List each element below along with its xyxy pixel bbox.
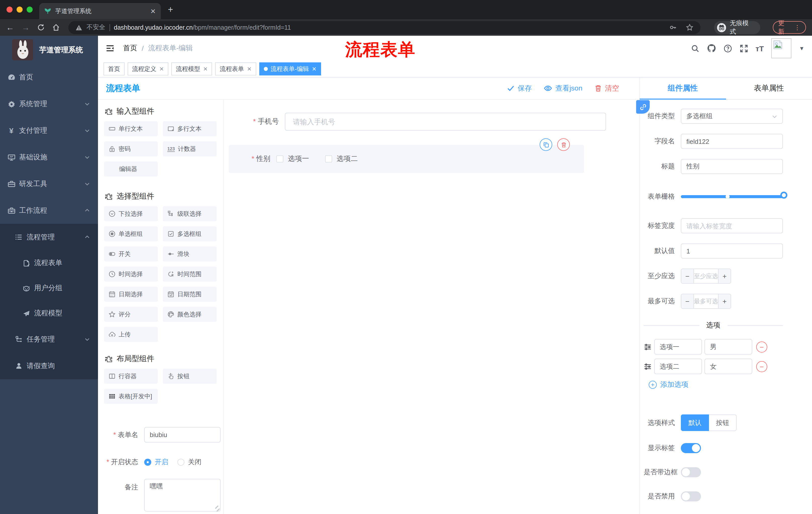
palette-item-date-picker[interactable]: 日期选择	[104, 287, 158, 302]
palette-item-time-range[interactable]: 时间范围	[163, 267, 216, 282]
home-icon[interactable]	[52, 24, 60, 31]
option1-value-input[interactable]	[704, 339, 752, 355]
tag-process-model[interactable]: 流程模型✕	[171, 62, 212, 76]
tag-close-icon[interactable]: ✕	[312, 65, 316, 72]
status-off-radio[interactable]: 关闭	[177, 458, 202, 467]
breadcrumb-home[interactable]: 首页	[123, 44, 137, 53]
close-window-button[interactable]	[6, 6, 12, 12]
status-on-radio[interactable]: 开启	[144, 458, 168, 467]
maximize-window-button[interactable]	[27, 6, 33, 12]
bookmark-star-icon[interactable]	[686, 24, 694, 31]
decrease-button[interactable]: −	[682, 269, 693, 283]
tab-close-icon[interactable]: ✕	[150, 7, 156, 15]
palette-item-time-picker[interactable]: 时间选择	[104, 267, 158, 282]
tab-component-props[interactable]: 组件属性	[640, 77, 726, 100]
view-json-button[interactable]: 查看json	[544, 84, 582, 93]
option2-label-input[interactable]	[654, 359, 702, 374]
tag-process-form[interactable]: 流程表单✕	[215, 62, 256, 76]
palette-item-radio-group[interactable]: 单选框组	[104, 226, 158, 241]
tag-close-icon[interactable]: ✕	[203, 65, 207, 72]
palette-item-editor[interactable]: 编辑器	[104, 161, 158, 177]
drag-handle-icon[interactable]	[644, 362, 652, 371]
palette-item-password[interactable]: 密码	[104, 141, 158, 156]
search-icon[interactable]	[691, 44, 699, 53]
slider-handle[interactable]	[780, 192, 787, 199]
palette-item-button[interactable]: 按钮	[163, 369, 216, 384]
gender-option-1[interactable]: 选项一	[277, 154, 309, 163]
sidebar-item-user-group[interactable]: 用户分组	[0, 276, 98, 301]
fullscreen-icon[interactable]	[740, 44, 748, 53]
browser-update-button[interactable]: 更新 ⋮	[773, 21, 806, 34]
label-width-input[interactable]	[681, 218, 783, 233]
sidebar-item-home[interactable]: 首页	[0, 64, 98, 90]
remove-option-button[interactable]: −	[756, 341, 767, 352]
tag-process-definition[interactable]: 流程定义✕	[127, 62, 168, 76]
address-bar[interactable]: 不安全 dashboard.yudao.iocoder.cn/bpm/manag…	[68, 21, 701, 34]
palette-item-single-text[interactable]: 单行文本	[104, 121, 158, 136]
not-secure-warning-icon[interactable]	[76, 24, 82, 31]
tab-form-props[interactable]: 表单属性	[726, 77, 812, 100]
save-button[interactable]: 保存	[507, 84, 532, 93]
decrease-button[interactable]: −	[682, 294, 693, 308]
key-icon[interactable]	[670, 24, 677, 31]
title-input[interactable]	[681, 159, 783, 174]
delete-component-button[interactable]	[557, 138, 570, 151]
palette-item-rate[interactable]: 评分	[104, 307, 158, 322]
palette-item-counter[interactable]: 123计数器	[163, 141, 216, 156]
security-label[interactable]: 不安全	[86, 23, 105, 32]
sidebar-item-workflow[interactable]: 工作流程	[0, 197, 98, 224]
sidebar-item-devtools[interactable]: 研发工具	[0, 170, 98, 197]
palette-item-table[interactable]: 表格[开发中]	[104, 389, 158, 404]
sidebar-item-leave-query[interactable]: 请假查询	[0, 353, 98, 379]
tag-process-form-edit[interactable]: 流程表单-编辑✕	[259, 62, 321, 76]
clear-button[interactable]: 清空	[594, 84, 619, 93]
component-type-select[interactable]: 多选框组	[681, 109, 783, 124]
help-icon[interactable]	[723, 44, 732, 53]
palette-item-color-picker[interactable]: 颜色选择	[163, 307, 216, 322]
gender-option-2[interactable]: 选项二	[325, 154, 358, 163]
reload-icon[interactable]	[37, 24, 45, 31]
sidebar-item-task-mgmt[interactable]: 任务管理	[0, 326, 98, 353]
default-value-input[interactable]	[681, 243, 783, 259]
sidebar-item-infra[interactable]: 基础设施	[0, 144, 98, 170]
style-default-button[interactable]: 默认	[681, 414, 709, 431]
style-button-button[interactable]: 按钮	[709, 414, 736, 431]
show-label-toggle[interactable]	[681, 443, 701, 453]
palette-item-row-container[interactable]: 行容器	[104, 369, 158, 384]
forward-icon[interactable]: →	[22, 23, 30, 31]
form-name-input[interactable]	[144, 427, 221, 442]
palette-item-date-range[interactable]: 日期范围	[163, 287, 216, 302]
option2-value-input[interactable]	[704, 359, 752, 374]
browser-tab[interactable]: 芋道管理系统 ✕	[39, 3, 161, 19]
increase-button[interactable]: +	[719, 294, 731, 308]
avatar[interactable]	[771, 38, 791, 58]
add-option-button[interactable]: + 添加选项	[649, 380, 783, 389]
form-canvas[interactable]: 手机号	[224, 100, 639, 514]
font-size-icon[interactable]: ᴛT	[755, 44, 764, 53]
sidebar-item-payment[interactable]: ¥ 支付管理	[0, 117, 98, 144]
github-icon[interactable]	[707, 44, 716, 53]
checkbox-icon[interactable]	[277, 155, 283, 162]
tag-home[interactable]: 首页	[104, 62, 125, 76]
canvas-field-gender-selected[interactable]: 性别 选项一 选项二	[229, 145, 584, 173]
max-select-value[interactable]: 最多可选	[693, 294, 719, 308]
border-toggle[interactable]	[681, 467, 701, 477]
checkbox-icon[interactable]	[325, 155, 332, 162]
option1-label-input[interactable]	[654, 339, 702, 355]
palette-item-checkbox-group[interactable]: 多选框组	[163, 226, 216, 241]
canvas-field-phone[interactable]: 手机号	[229, 113, 606, 131]
palette-item-cascader[interactable]: 级联选择	[163, 206, 216, 221]
drag-handle-icon[interactable]	[644, 343, 652, 351]
increase-button[interactable]: +	[719, 269, 731, 283]
phone-input[interactable]	[285, 113, 606, 131]
window-controls[interactable]	[6, 6, 33, 12]
sidebar-item-system[interactable]: 系统管理	[0, 90, 98, 117]
new-tab-button[interactable]: +	[168, 5, 173, 14]
tag-close-icon[interactable]: ✕	[159, 65, 164, 72]
disabled-toggle[interactable]	[681, 491, 701, 502]
min-select-value[interactable]: 至少应选	[693, 269, 719, 283]
browser-menu-icon[interactable]: ⋮	[794, 24, 801, 31]
remove-option-button[interactable]: −	[756, 361, 767, 372]
palette-item-upload[interactable]: 上传	[104, 327, 158, 342]
palette-item-select[interactable]: 下拉选择	[104, 206, 158, 221]
